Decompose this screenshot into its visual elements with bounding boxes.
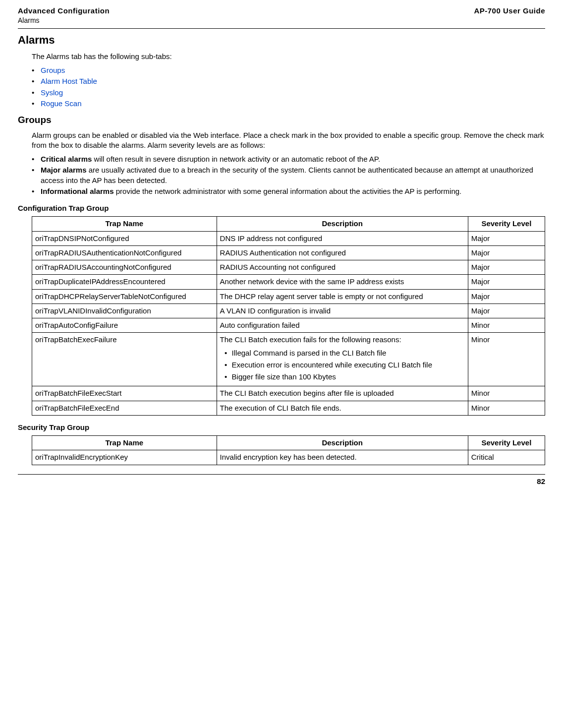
page-number: 82 bbox=[18, 477, 545, 486]
bullet-icon: • bbox=[220, 372, 232, 382]
col-header-sev: Severity Level bbox=[468, 436, 545, 450]
subtab-link-list: •Groups •Alarm Host Table •Syslog •Rogue… bbox=[32, 65, 545, 109]
table-row: oriTrapRADIUSAccountingNotConfigured RAD… bbox=[32, 260, 545, 275]
cell-sev: Critical bbox=[468, 450, 545, 465]
cell-name: oriTrapBatchFileExecEnd bbox=[32, 401, 217, 415]
table-row: oriTrapInvalidEncryptionKey Invalid encr… bbox=[32, 450, 545, 465]
intro-block: The Alarms tab has the following sub-tab… bbox=[32, 52, 545, 109]
bullet-icon: • bbox=[32, 186, 41, 196]
link-groups[interactable]: Groups bbox=[41, 65, 65, 75]
bullet-icon: • bbox=[32, 154, 41, 164]
cell-name: oriTrapAutoConfigFailure bbox=[32, 318, 217, 333]
header-divider bbox=[18, 28, 545, 29]
list-item: •Bigger file size than 100 Kbytes bbox=[220, 372, 465, 382]
list-item: •Syslog bbox=[32, 88, 545, 98]
bullet-icon: • bbox=[32, 99, 41, 109]
cell-desc: The execution of CLI Batch file ends. bbox=[217, 401, 468, 415]
cell-desc: RADIUS Accounting not configured bbox=[217, 260, 468, 275]
cell-desc: Auto configuration failed bbox=[217, 318, 468, 333]
groups-block: Alarm groups can be enabled or disabled … bbox=[32, 130, 545, 197]
cell-name: oriTrapDNSIPNotConfigured bbox=[32, 231, 217, 245]
cell-desc: Another network device with the same IP … bbox=[217, 275, 468, 289]
table-row: oriTrapBatchExecFailure The CLI Batch ex… bbox=[32, 333, 545, 386]
cell-name: oriTrapBatchExecFailure bbox=[32, 333, 217, 386]
header-subsection: Alarms bbox=[18, 16, 110, 25]
bullet-icon: • bbox=[32, 76, 41, 86]
security-trap-group-heading: Security Trap Group bbox=[18, 423, 545, 432]
link-alarm-host-table[interactable]: Alarm Host Table bbox=[41, 76, 97, 86]
subitem-text: Bigger file size than 100 Kbytes bbox=[232, 372, 336, 382]
cell-sev: Minor bbox=[468, 318, 545, 333]
cell-name: oriTrapInvalidEncryptionKey bbox=[32, 450, 217, 465]
cell-desc-sublist: •Illegal Command is parsed in the CLI Ba… bbox=[220, 348, 465, 382]
cell-sev: Major bbox=[468, 245, 545, 260]
cell-desc-lead: The CLI Batch execution fails for the fo… bbox=[220, 335, 401, 344]
bullet-icon: • bbox=[220, 360, 232, 370]
link-rogue-scan[interactable]: Rogue Scan bbox=[41, 99, 82, 109]
severity-list: •Critical alarms will often result in se… bbox=[32, 154, 545, 196]
link-syslog[interactable]: Syslog bbox=[41, 88, 63, 98]
table-row: oriTrapDNSIPNotConfigured DNS IP address… bbox=[32, 231, 545, 245]
cell-desc: Invalid encryption key has been detected… bbox=[217, 450, 468, 465]
table-row: oriTrapVLANIDInvalidConfiguration A VLAN… bbox=[32, 303, 545, 318]
cell-name: oriTrapRADIUSAccountingNotConfigured bbox=[32, 260, 217, 275]
table-row: oriTrapDHCPRelayServerTableNotConfigured… bbox=[32, 289, 545, 303]
footer-divider bbox=[18, 474, 545, 475]
cell-sev: Major bbox=[468, 231, 545, 245]
col-header-name: Trap Name bbox=[32, 217, 217, 231]
cell-sev: Major bbox=[468, 260, 545, 275]
severity-text: Informational alarms provide the network… bbox=[41, 186, 461, 196]
cell-name: oriTrapDHCPRelayServerTableNotConfigured bbox=[32, 289, 217, 303]
bullet-icon: • bbox=[32, 165, 41, 175]
table-row: oriTrapRADIUSAuthenticationNotConfigured… bbox=[32, 245, 545, 260]
cell-name: oriTrapRADIUSAuthenticationNotConfigured bbox=[32, 245, 217, 260]
table-row: oriTrapDuplicateIPAddressEncountered Ano… bbox=[32, 275, 545, 289]
table-row: oriTrapBatchFileExecEnd The execution of… bbox=[32, 401, 545, 415]
security-trap-table: Trap Name Description Severity Level ori… bbox=[32, 435, 545, 465]
cell-sev: Major bbox=[468, 289, 545, 303]
cell-sev: Minor bbox=[468, 386, 545, 401]
cell-desc: The CLI Batch execution fails for the fo… bbox=[217, 333, 468, 386]
cell-sev: Minor bbox=[468, 401, 545, 415]
list-item: •Alarm Host Table bbox=[32, 76, 545, 86]
bullet-icon: • bbox=[220, 348, 232, 358]
table-header-row: Trap Name Description Severity Level bbox=[32, 436, 545, 450]
cell-desc: DNS IP address not configured bbox=[217, 231, 468, 245]
subitem-text: Illegal Command is parsed in the CLI Bat… bbox=[232, 348, 387, 358]
header-guide-title: AP-700 User Guide bbox=[474, 6, 545, 16]
col-header-name: Trap Name bbox=[32, 436, 217, 450]
list-item: •Groups bbox=[32, 65, 545, 75]
config-trap-group-heading: Configuration Trap Group bbox=[18, 203, 545, 213]
list-item: •Execution error is encountered while ex… bbox=[220, 360, 465, 370]
config-trap-table-wrap: Trap Name Description Severity Level ori… bbox=[32, 216, 545, 416]
list-item: •Major alarms are usually activated due … bbox=[32, 165, 545, 185]
bullet-icon: • bbox=[32, 65, 41, 75]
col-header-sev: Severity Level bbox=[468, 217, 545, 231]
list-item: •Rogue Scan bbox=[32, 99, 545, 109]
cell-sev: Minor bbox=[468, 333, 545, 386]
cell-sev: Major bbox=[468, 303, 545, 318]
col-header-desc: Description bbox=[217, 436, 468, 450]
cell-desc: The DHCP relay agent server table is emp… bbox=[217, 289, 468, 303]
cell-desc: RADIUS Authentication not configured bbox=[217, 245, 468, 260]
bullet-icon: • bbox=[32, 88, 41, 98]
header-section-title: Advanced Configuration bbox=[18, 6, 110, 16]
severity-text: Major alarms are usually activated due t… bbox=[41, 165, 545, 185]
cell-name: oriTrapVLANIDInvalidConfiguration bbox=[32, 303, 217, 318]
cell-name: oriTrapBatchFileExecStart bbox=[32, 386, 217, 401]
cell-sev: Major bbox=[468, 275, 545, 289]
table-row: oriTrapAutoConfigFailure Auto configurat… bbox=[32, 318, 545, 333]
subitem-text: Execution error is encountered while exe… bbox=[232, 360, 432, 370]
page-title: Alarms bbox=[18, 33, 545, 48]
list-item: •Illegal Command is parsed in the CLI Ba… bbox=[220, 348, 465, 358]
header-left: Advanced Configuration Alarms bbox=[18, 6, 110, 25]
table-row: oriTrapBatchFileExecStart The CLI Batch … bbox=[32, 386, 545, 401]
security-trap-table-wrap: Trap Name Description Severity Level ori… bbox=[32, 435, 545, 465]
intro-text: The Alarms tab has the following sub-tab… bbox=[32, 52, 545, 61]
cell-name: oriTrapDuplicateIPAddressEncountered bbox=[32, 275, 217, 289]
severity-text: Critical alarms will often result in sev… bbox=[41, 154, 380, 164]
list-item: •Critical alarms will often result in se… bbox=[32, 154, 545, 164]
page-header: Advanced Configuration Alarms AP-700 Use… bbox=[18, 6, 545, 27]
groups-paragraph: Alarm groups can be enabled or disabled … bbox=[32, 130, 545, 151]
list-item: •Informational alarms provide the networ… bbox=[32, 186, 545, 196]
